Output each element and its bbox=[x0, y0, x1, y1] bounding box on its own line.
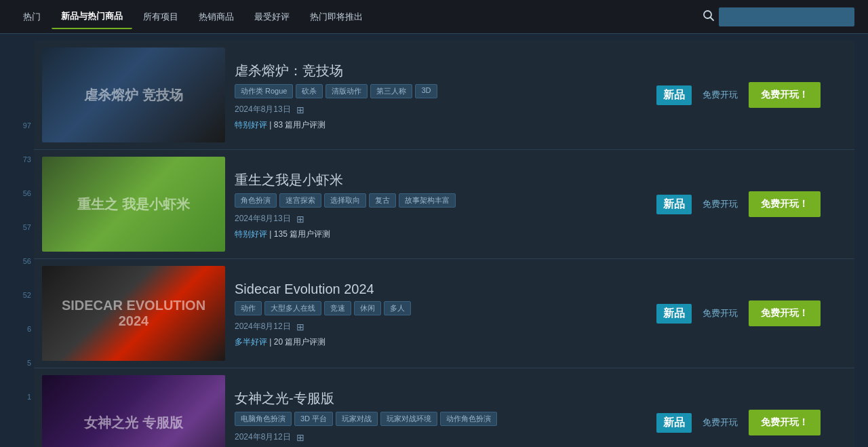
game-tags: 电脑角色扮演3D 平台玩家对战玩家对战环境动作角色扮演 bbox=[235, 412, 647, 426]
game-item[interactable]: 虐杀熔炉 竞技场虐杀熔炉：竞技场动作类 Rogue砍杀清版动作第三人称3D202… bbox=[34, 41, 854, 150]
windows-icon: ⊞ bbox=[296, 432, 304, 443]
review-label: 特别好评 bbox=[235, 229, 267, 239]
game-tag[interactable]: 玩家对战环境 bbox=[380, 412, 437, 426]
play-free-button[interactable]: 免费开玩！ bbox=[749, 300, 821, 326]
game-date: 2024年8月12日 bbox=[235, 431, 291, 443]
game-tag[interactable]: 角色扮演 bbox=[235, 193, 277, 208]
sidebar-number: 6 bbox=[27, 312, 31, 346]
game-info: 虐杀熔炉：竞技场动作类 Rogue砍杀清版动作第三人称3D2024年8月13日⊞… bbox=[235, 59, 647, 131]
nav-bar: 热门新品与热门商品所有项目热销商品最受好评热门即将推出 bbox=[0, 0, 868, 34]
new-badge: 新品 bbox=[656, 85, 692, 105]
game-info: 重生之我是小虾米角色扮演迷宫探索选择取向复古故事架构丰富2024年8月13日⊞特… bbox=[235, 168, 647, 240]
game-tag[interactable]: 动作角色扮演 bbox=[440, 412, 497, 426]
game-review: 多半好评 | 20 篇用户评测 bbox=[235, 336, 647, 348]
sidebar-number: 73 bbox=[23, 142, 31, 176]
game-tag[interactable]: 3D 平台 bbox=[294, 412, 333, 426]
game-meta: 2024年8月13日⊞ bbox=[235, 213, 647, 225]
nav-item-热门即将推出[interactable]: 热门即将推出 bbox=[300, 5, 372, 28]
game-tag[interactable]: 选择取向 bbox=[324, 193, 366, 208]
new-badge: 新品 bbox=[656, 413, 692, 433]
game-title: 女神之光-专服版 bbox=[235, 389, 647, 408]
game-thumbnail: 虐杀熔炉 竞技场 bbox=[42, 47, 225, 142]
free-play-button[interactable]: 免费开玩 bbox=[697, 305, 743, 322]
game-tag[interactable]: 迷宫探索 bbox=[279, 193, 321, 208]
review-separator: | bbox=[267, 120, 274, 130]
sidebar-numbers: 977356575652651 bbox=[14, 41, 34, 447]
play-free-button[interactable]: 免费开玩！ bbox=[749, 410, 821, 435]
game-meta: 2024年8月12日⊞ bbox=[235, 321, 647, 332]
play-free-button[interactable]: 免费开玩！ bbox=[749, 191, 821, 217]
review-count: 83 篇用户评测 bbox=[274, 120, 326, 130]
sidebar-number: 57 bbox=[23, 210, 31, 244]
nav-item-热门[interactable]: 热门 bbox=[14, 5, 50, 28]
game-thumbnail: 重生之 我是小虾米 bbox=[42, 157, 225, 252]
game-tag[interactable]: 故事架构丰富 bbox=[399, 193, 456, 208]
free-play-button[interactable]: 免费开玩 bbox=[697, 86, 743, 104]
game-tag[interactable]: 大型多人在线 bbox=[264, 301, 321, 315]
game-actions: 新品免费开玩免费开玩！ bbox=[656, 300, 846, 326]
game-tag[interactable]: 休闲 bbox=[354, 301, 381, 315]
game-item[interactable]: 女神之光 专服版女神之光-专服版电脑角色扮演3D 平台玩家对战玩家对战环境动作角… bbox=[34, 368, 854, 447]
game-review: 特别好评 | 83 篇用户评测 bbox=[235, 119, 647, 131]
review-separator: | bbox=[267, 229, 274, 239]
game-tag[interactable]: 复古 bbox=[369, 193, 396, 208]
new-badge: 新品 bbox=[656, 195, 692, 214]
game-thumbnail: SIDECAR EVOLUTION 2024 bbox=[42, 266, 225, 361]
windows-icon: ⊞ bbox=[296, 214, 304, 225]
game-actions: 新品免费开玩免费开玩！ bbox=[656, 410, 846, 435]
game-tag[interactable]: 玩家对战 bbox=[336, 412, 378, 426]
game-tag[interactable]: 砍杀 bbox=[296, 84, 323, 98]
free-play-button[interactable]: 免费开玩 bbox=[697, 195, 743, 213]
game-tag[interactable]: 竞速 bbox=[324, 301, 351, 315]
review-separator: | bbox=[267, 337, 274, 347]
nav-item-新品与热门商品[interactable]: 新品与热门商品 bbox=[52, 5, 132, 29]
game-item[interactable]: 重生之 我是小虾米重生之我是小虾米角色扮演迷宫探索选择取向复古故事架构丰富202… bbox=[34, 150, 854, 259]
game-title: 虐杀熔炉：竞技场 bbox=[235, 62, 647, 80]
game-tag[interactable]: 动作 bbox=[235, 301, 262, 315]
svg-line-1 bbox=[711, 17, 714, 20]
game-tags: 动作类 Rogue砍杀清版动作第三人称3D bbox=[235, 84, 647, 98]
game-review: 特别好评 | 135 篇用户评测 bbox=[235, 229, 647, 240]
game-title: Sidecar Evolution 2024 bbox=[235, 281, 647, 297]
sidebar-number: 56 bbox=[23, 176, 31, 210]
sidebar-number: 56 bbox=[23, 244, 31, 278]
sidebar-number: 5 bbox=[27, 346, 31, 380]
game-actions: 新品免费开玩免费开玩！ bbox=[656, 82, 846, 108]
game-tag[interactable]: 第三人称 bbox=[370, 84, 412, 98]
nav-item-最受好评[interactable]: 最受好评 bbox=[245, 5, 299, 28]
main-content: 977356575652651 虐杀熔炉 竞技场虐杀熔炉：竞技场动作类 Rogu… bbox=[0, 34, 868, 447]
game-tag[interactable]: 多人 bbox=[384, 301, 411, 315]
review-count: 135 篇用户评测 bbox=[274, 229, 330, 239]
game-meta: 2024年8月13日⊞ bbox=[235, 104, 647, 115]
sidebar-number: 97 bbox=[23, 109, 31, 142]
game-tag[interactable]: 动作类 Rogue bbox=[235, 84, 293, 98]
game-item[interactable]: SIDECAR EVOLUTION 2024Sidecar Evolution … bbox=[34, 259, 854, 368]
nav-item-热销商品[interactable]: 热销商品 bbox=[189, 5, 243, 28]
game-actions: 新品免费开玩免费开玩！ bbox=[656, 191, 846, 217]
review-label: 特别好评 bbox=[235, 120, 267, 130]
game-info: 女神之光-专服版电脑角色扮演3D 平台玩家对战玩家对战环境动作角色扮演2024年… bbox=[235, 387, 647, 447]
free-play-button[interactable]: 免费开玩 bbox=[697, 414, 743, 431]
game-tags: 角色扮演迷宫探索选择取向复古故事架构丰富 bbox=[235, 193, 647, 208]
sidebar-number: 52 bbox=[23, 278, 31, 312]
search-input[interactable] bbox=[719, 7, 854, 26]
game-thumbnail: 女神之光 专服版 bbox=[42, 375, 225, 447]
game-tag[interactable]: 电脑角色扮演 bbox=[235, 412, 292, 426]
search-icon[interactable] bbox=[703, 9, 715, 24]
windows-icon: ⊞ bbox=[296, 322, 304, 332]
sidebar-number: 1 bbox=[27, 380, 31, 414]
search-bar bbox=[703, 7, 854, 26]
game-date: 2024年8月13日 bbox=[235, 104, 291, 115]
game-date: 2024年8月13日 bbox=[235, 213, 291, 225]
nav-item-所有项目[interactable]: 所有项目 bbox=[134, 5, 188, 28]
game-title: 重生之我是小虾米 bbox=[235, 171, 647, 189]
game-tag[interactable]: 清版动作 bbox=[326, 84, 368, 98]
play-free-button[interactable]: 免费开玩！ bbox=[749, 82, 821, 108]
game-list: 虐杀熔炉 竞技场虐杀熔炉：竞技场动作类 Rogue砍杀清版动作第三人称3D202… bbox=[34, 41, 854, 447]
review-count: 20 篇用户评测 bbox=[274, 337, 326, 347]
game-date: 2024年8月12日 bbox=[235, 321, 291, 332]
review-label: 多半好评 bbox=[235, 337, 267, 347]
game-info: Sidecar Evolution 2024动作大型多人在线竞速休闲多人2024… bbox=[235, 279, 647, 348]
new-badge: 新品 bbox=[656, 304, 692, 324]
game-tag[interactable]: 3D bbox=[415, 84, 437, 98]
